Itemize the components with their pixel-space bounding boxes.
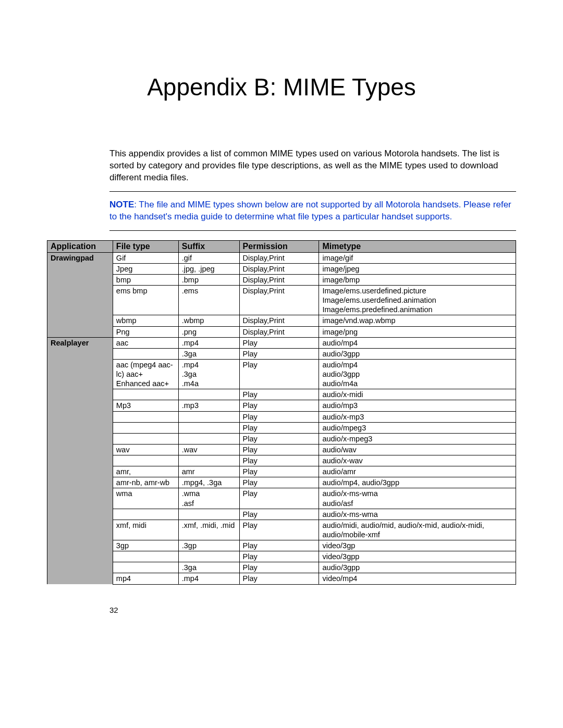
filetype-cell: mp4 (113, 573, 178, 584)
suffix-cell: .wbmp (178, 315, 239, 326)
suffix-cell: .gif (178, 252, 239, 263)
suffix-cell: .ems (178, 286, 239, 315)
permission-cell: Play (239, 551, 319, 562)
suffix-cell (178, 551, 239, 562)
table-row: Playaudio/x-mp3 (47, 411, 516, 422)
suffix-cell: .mp4.3ga.m4a (178, 359, 239, 389)
table-row: Jpeg.jpg, .jpegDisplay,Printimage/jpeg (47, 263, 516, 274)
filetype-cell: wma (113, 488, 178, 509)
mimetype-cell: image/png (319, 326, 516, 337)
mimetype-cell: audio/mp4 (319, 337, 516, 348)
filetype-cell (113, 433, 178, 444)
header-suffix: Suffix (178, 240, 239, 252)
filetype-cell: aac (mpeg4 aac-lc) aac+ Enhanced aac+ (113, 359, 178, 389)
table-row: Playaudio/x-wav (47, 455, 516, 466)
filetype-cell: wav (113, 444, 178, 455)
mimetype-cell: image/vnd.wap.wbmp (319, 315, 516, 326)
table-row: Playaudio/mpeg3 (47, 422, 516, 433)
header-filetype: File type (113, 240, 178, 252)
suffix-cell (178, 411, 239, 422)
permission-cell: Play (239, 488, 319, 509)
filetype-cell: Gif (113, 252, 178, 263)
table-row: DrawingpadGif.gifDisplay,Printimage/gif (47, 252, 516, 263)
application-cell: Drawingpad (47, 252, 113, 337)
suffix-cell: .bmp (178, 274, 239, 285)
suffix-cell: .mp4 (178, 573, 239, 584)
mimetype-cell: video/mp4 (319, 573, 516, 584)
permission-cell: Play (239, 477, 319, 488)
mimetype-cell: audio/wav (319, 444, 516, 455)
page-number: 32 (109, 606, 516, 614)
permission-cell: Play (239, 509, 319, 520)
filetype-cell: xmf, midi (113, 520, 178, 540)
table-row: Playaudio/x-mpeg3 (47, 433, 516, 444)
suffix-cell (178, 455, 239, 466)
filetype-cell: ems bmp (113, 286, 178, 315)
mimetype-cell: audio/x-ms-wmaaudio/asf (319, 488, 516, 509)
mimetype-cell: audio/mp4, audio/3gpp (319, 477, 516, 488)
filetype-cell (113, 348, 178, 359)
table-header-row: Application File type Suffix Permission … (47, 240, 516, 252)
filetype-cell (113, 422, 178, 433)
table-row: Png.pngDisplay,Printimage/png (47, 326, 516, 337)
filetype-cell: bmp (113, 274, 178, 285)
permission-cell: Play (239, 573, 319, 584)
header-mimetype: Mimetype (319, 240, 516, 252)
mimetype-cell: audio/3gpp (319, 562, 516, 573)
table-row: Playvideo/3gpp (47, 551, 516, 562)
filetype-cell: aac (113, 337, 178, 348)
suffix-cell (178, 509, 239, 520)
intro-paragraph: This appendix provides a list of common … (109, 148, 516, 184)
filetype-cell: amr, (113, 466, 178, 477)
note-body: : The file and MIME types shown below ar… (109, 200, 511, 221)
mimetype-cell: video/3gpp (319, 551, 516, 562)
filetype-cell: 3gp (113, 540, 178, 551)
suffix-cell: amr (178, 466, 239, 477)
table-row: bmp.bmpDisplay,Printimage/bmp (47, 274, 516, 285)
filetype-cell (113, 509, 178, 520)
filetype-cell: wbmp (113, 315, 178, 326)
mimetype-cell: audio/x-mp3 (319, 411, 516, 422)
suffix-cell: .3gp (178, 540, 239, 551)
suffix-cell: .mp4 (178, 337, 239, 348)
appendix-title: Appendix B: MIME Types (47, 73, 516, 101)
table-row: Realplayeraac.mp4Playaudio/mp4 (47, 337, 516, 348)
permission-cell: Play (239, 562, 319, 573)
note-paragraph: NOTE: The file and MIME types shown belo… (109, 199, 516, 223)
mimetype-cell: audio/amr (319, 466, 516, 477)
permission-cell: Play (239, 337, 319, 348)
table-row: Mp3.mp3Playaudio/mp3 (47, 400, 516, 411)
filetype-cell (113, 551, 178, 562)
table-row: Playaudio/x-ms-wma (47, 509, 516, 520)
suffix-cell: .xmf, .midi, .mid (178, 520, 239, 540)
separator-line (109, 230, 516, 231)
permission-cell: Play (239, 466, 319, 477)
mimetype-cell: image/gif (319, 252, 516, 263)
table-row: aac (mpeg4 aac-lc) aac+ Enhanced aac+.mp… (47, 359, 516, 389)
permission-cell: Display,Print (239, 274, 319, 285)
table-row: Playaudio/x-midi (47, 389, 516, 400)
permission-cell: Play (239, 433, 319, 444)
permission-cell: Play (239, 455, 319, 466)
permission-cell: Display,Print (239, 315, 319, 326)
mime-types-table: Application File type Suffix Permission … (47, 240, 516, 585)
permission-cell: Play (239, 422, 319, 433)
filetype-cell: Mp3 (113, 400, 178, 411)
mimetype-cell: audio/x-midi (319, 389, 516, 400)
suffix-cell (178, 389, 239, 400)
table-row: mp4.mp4Playvideo/mp4 (47, 573, 516, 584)
application-cell: Realplayer (47, 337, 113, 584)
mimetype-cell: audio/x-wav (319, 455, 516, 466)
header-application: Application (47, 240, 113, 252)
table-row: ems bmp.emsDisplay,PrintImage/ems.userde… (47, 286, 516, 315)
filetype-cell: Png (113, 326, 178, 337)
permission-cell: Display,Print (239, 252, 319, 263)
suffix-cell: .wav (178, 444, 239, 455)
table-row: wav.wavPlayaudio/wav (47, 444, 516, 455)
table-row: wma.wma.asfPlayaudio/x-ms-wmaaudio/asf (47, 488, 516, 509)
permission-cell: Play (239, 389, 319, 400)
separator-line (109, 191, 516, 192)
table-row: xmf, midi.xmf, .midi, .midPlayaudio/midi… (47, 520, 516, 540)
mimetype-cell: Image/ems.userdefined.pictureImage/ems.u… (319, 286, 516, 315)
suffix-cell: .mp3 (178, 400, 239, 411)
